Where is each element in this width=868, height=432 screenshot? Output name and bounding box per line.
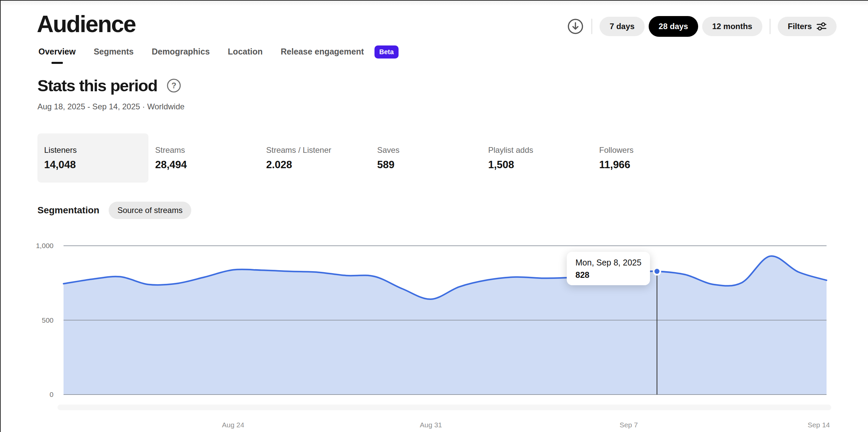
- filters-label: Filters: [788, 22, 812, 31]
- y-tick-label: 0: [50, 391, 54, 398]
- stat-card-playlist-adds[interactable]: Playlist adds1,508: [482, 133, 592, 183]
- range-button-12-months[interactable]: 12 months: [702, 17, 762, 36]
- divider: [591, 19, 592, 34]
- date-range-text: Aug 18, 2025 - Sep 14, 2025 · Worldwide: [37, 102, 185, 111]
- tab-segments[interactable]: Segments: [94, 47, 133, 64]
- download-icon: [567, 18, 584, 35]
- audience-tabs: OverviewSegmentsDemographicsLocationRele…: [38, 47, 399, 64]
- stat-card-streams-listener[interactable]: Streams / Listener2.028: [259, 133, 370, 183]
- stat-card-listeners[interactable]: Listeners14,048: [37, 133, 149, 183]
- range-button-7-days[interactable]: 7 days: [599, 17, 645, 36]
- stat-card-streams[interactable]: Streams28,494: [149, 133, 259, 183]
- stat-card-label: Listeners: [44, 146, 149, 155]
- page-title: Audience: [37, 11, 135, 37]
- stat-cards: Listeners14,048Streams28,494Streams / Li…: [37, 133, 704, 183]
- stat-card-label: Followers: [599, 146, 704, 155]
- stat-card-value: 589: [377, 159, 482, 171]
- stat-card-label: Playlist adds: [488, 146, 592, 155]
- stat-card-label: Streams / Listener: [266, 146, 370, 155]
- tab-overview[interactable]: Overview: [38, 47, 75, 64]
- divider: [770, 19, 770, 34]
- tab-release-engagement[interactable]: Release engagement: [281, 47, 364, 64]
- beta-badge: Beta: [374, 45, 398, 59]
- source-of-streams-chip[interactable]: Source of streams: [108, 202, 191, 219]
- segmentation-label: Segmentation: [37, 205, 99, 216]
- stats-heading: Stats this period: [37, 76, 157, 95]
- tooltip-marker-dot: [654, 268, 660, 275]
- date-range-toggle: 7 days28 days12 months: [599, 16, 762, 37]
- top-edge-shade: [1, 1, 868, 6]
- tooltip-date: Mon, Sep 8, 2025: [576, 258, 641, 268]
- stat-card-value: 2.028: [266, 159, 370, 171]
- stat-card-label: Saves: [377, 146, 482, 155]
- chart-tooltip: Mon, Sep 8, 2025 828: [567, 252, 650, 285]
- question-circle-icon: ?: [166, 78, 181, 93]
- help-button[interactable]: ?: [166, 78, 181, 93]
- tooltip-value: 828: [576, 270, 641, 280]
- area-fill: [64, 256, 827, 395]
- header-controls: 7 days28 days12 months Filters: [567, 16, 837, 37]
- tab-location[interactable]: Location: [228, 47, 262, 64]
- stat-card-followers[interactable]: Followers11,966: [592, 133, 704, 183]
- stat-card-label: Streams: [155, 146, 259, 155]
- stat-card-value: 11,966: [599, 159, 704, 171]
- stat-card-value: 1,508: [488, 159, 592, 171]
- y-tick-label: 500: [42, 316, 54, 324]
- chart-scrollbar[interactable]: [58, 405, 831, 410]
- download-button[interactable]: [567, 18, 584, 35]
- x-tick-label: Sep 14: [807, 421, 830, 429]
- stat-card-value: 28,494: [155, 159, 259, 171]
- tab-demographics[interactable]: Demographics: [152, 47, 210, 64]
- x-tick-label: Sep 7: [620, 421, 638, 429]
- filters-button[interactable]: Filters: [778, 17, 837, 36]
- svg-text:?: ?: [172, 81, 177, 90]
- range-button-28-days[interactable]: 28 days: [649, 16, 698, 37]
- x-tick-label: Aug 24: [222, 421, 244, 429]
- stat-card-value: 14,048: [44, 159, 149, 171]
- filters-sliders-icon: [816, 22, 827, 31]
- series-line: [64, 256, 827, 299]
- stat-card-saves[interactable]: Saves589: [370, 133, 482, 183]
- x-tick-label: Aug 31: [420, 421, 442, 429]
- y-tick-label: 1,000: [36, 242, 54, 249]
